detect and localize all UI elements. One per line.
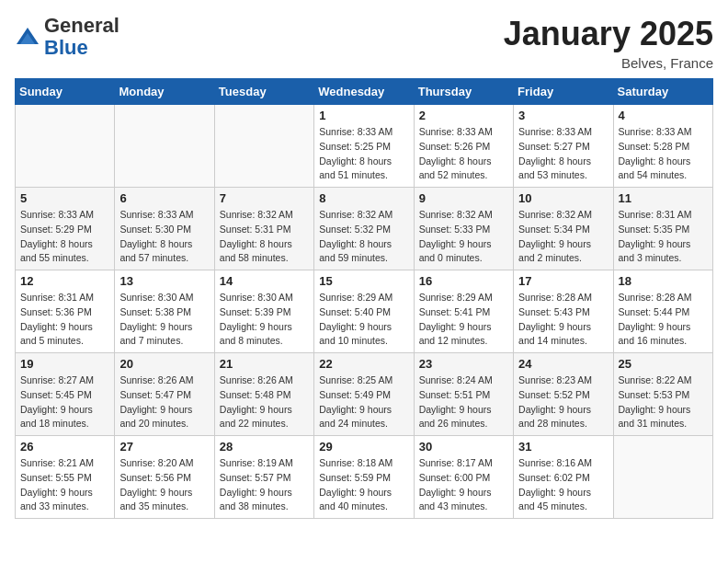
day-of-week-wednesday: Wednesday [314,79,414,105]
day-number: 6 [119,191,209,205]
day-number: 28 [220,440,309,454]
day-number: 4 [619,109,708,122]
location: Belves, France [504,55,713,71]
day-info: Sunrise: 8:33 AMSunset: 5:28 PMDaylight:… [619,125,708,183]
day-number: 29 [319,440,408,454]
day-of-week-sunday: Sunday [16,79,115,105]
calendar-cell: 20Sunrise: 8:26 AMSunset: 5:47 PMDayligh… [115,353,214,436]
day-info: Sunrise: 8:25 AMSunset: 5:49 PMDaylight:… [319,373,408,431]
calendar-cell [16,105,115,188]
calendar-cell: 10Sunrise: 8:32 AMSunset: 5:34 PMDayligh… [514,188,613,270]
day-number: 26 [20,440,109,454]
calendar-cell [214,105,313,188]
calendar-cell: 24Sunrise: 8:23 AMSunset: 5:52 PMDayligh… [514,353,613,436]
calendar-cell: 6Sunrise: 8:33 AMSunset: 5:30 PMDaylight… [115,188,214,270]
day-number: 27 [119,440,209,454]
day-info: Sunrise: 8:23 AMSunset: 5:52 PMDaylight:… [518,373,608,431]
calendar-cell: 16Sunrise: 8:29 AMSunset: 5:41 PMDayligh… [414,270,513,353]
day-info: Sunrise: 8:33 AMSunset: 5:30 PMDaylight:… [119,208,209,266]
calendar-cell: 7Sunrise: 8:32 AMSunset: 5:31 PMDaylight… [214,188,313,270]
day-info: Sunrise: 8:17 AMSunset: 6:00 PMDaylight:… [419,456,508,514]
day-info: Sunrise: 8:18 AMSunset: 5:59 PMDaylight:… [319,456,408,514]
day-info: Sunrise: 8:29 AMSunset: 5:40 PMDaylight:… [319,291,408,349]
day-info: Sunrise: 8:33 AMSunset: 5:25 PMDaylight:… [319,125,408,183]
day-info: Sunrise: 8:27 AMSunset: 5:45 PMDaylight:… [20,373,109,431]
day-number: 7 [220,191,309,205]
day-info: Sunrise: 8:20 AMSunset: 5:56 PMDaylight:… [119,456,209,514]
day-info: Sunrise: 8:30 AMSunset: 5:38 PMDaylight:… [119,291,209,349]
day-number: 10 [518,191,608,205]
calendar-week-2: 5Sunrise: 8:33 AMSunset: 5:29 PMDaylight… [16,188,713,270]
logo-icon [15,24,40,50]
day-number: 31 [518,440,608,454]
day-number: 25 [619,357,708,371]
day-info: Sunrise: 8:24 AMSunset: 5:51 PMDaylight:… [419,373,508,431]
month-title: January 2025 [504,15,713,53]
day-info: Sunrise: 8:32 AMSunset: 5:31 PMDaylight:… [220,208,309,266]
day-number: 14 [220,274,309,288]
day-info: Sunrise: 8:22 AMSunset: 5:53 PMDaylight:… [619,373,708,431]
calendar-header-row: SundayMondayTuesdayWednesdayThursdayFrid… [16,79,713,105]
logo: General Blue [15,15,119,59]
day-number: 12 [20,274,109,288]
day-number: 23 [419,357,508,371]
calendar-cell: 1Sunrise: 8:33 AMSunset: 5:25 PMDaylight… [314,105,414,188]
calendar-table: SundayMondayTuesdayWednesdayThursdayFrid… [15,78,713,519]
calendar-cell: 28Sunrise: 8:19 AMSunset: 5:57 PMDayligh… [214,436,313,519]
day-info: Sunrise: 8:28 AMSunset: 5:44 PMDaylight:… [619,291,708,349]
day-info: Sunrise: 8:32 AMSunset: 5:34 PMDaylight:… [518,208,608,266]
day-info: Sunrise: 8:16 AMSunset: 6:02 PMDaylight:… [518,456,608,514]
calendar-cell: 31Sunrise: 8:16 AMSunset: 6:02 PMDayligh… [514,436,613,519]
calendar-cell: 12Sunrise: 8:31 AMSunset: 5:36 PMDayligh… [16,270,115,353]
calendar-cell: 11Sunrise: 8:31 AMSunset: 5:35 PMDayligh… [613,188,712,270]
calendar-cell: 26Sunrise: 8:21 AMSunset: 5:55 PMDayligh… [16,436,115,519]
calendar-cell: 9Sunrise: 8:32 AMSunset: 5:33 PMDaylight… [414,188,513,270]
day-info: Sunrise: 8:33 AMSunset: 5:27 PMDaylight:… [518,125,608,183]
calendar-cell: 2Sunrise: 8:33 AMSunset: 5:26 PMDaylight… [414,105,513,188]
day-of-week-monday: Monday [115,79,214,105]
day-of-week-thursday: Thursday [414,79,513,105]
calendar-cell: 14Sunrise: 8:30 AMSunset: 5:39 PMDayligh… [214,270,313,353]
calendar-week-3: 12Sunrise: 8:31 AMSunset: 5:36 PMDayligh… [16,270,713,353]
day-number: 19 [20,357,109,371]
day-of-week-saturday: Saturday [613,79,712,105]
day-number: 9 [419,191,508,205]
day-info: Sunrise: 8:30 AMSunset: 5:39 PMDaylight:… [220,291,309,349]
calendar-week-1: 1Sunrise: 8:33 AMSunset: 5:25 PMDaylight… [16,105,713,188]
calendar-cell: 19Sunrise: 8:27 AMSunset: 5:45 PMDayligh… [16,353,115,436]
day-number: 11 [619,191,708,205]
calendar-cell: 29Sunrise: 8:18 AMSunset: 5:59 PMDayligh… [314,436,414,519]
calendar-cell: 22Sunrise: 8:25 AMSunset: 5:49 PMDayligh… [314,353,414,436]
day-number: 15 [319,274,408,288]
day-info: Sunrise: 8:26 AMSunset: 5:48 PMDaylight:… [220,373,309,431]
calendar-cell: 21Sunrise: 8:26 AMSunset: 5:48 PMDayligh… [214,353,313,436]
calendar-cell: 5Sunrise: 8:33 AMSunset: 5:29 PMDaylight… [16,188,115,270]
day-number: 21 [220,357,309,371]
calendar-cell: 17Sunrise: 8:28 AMSunset: 5:43 PMDayligh… [514,270,613,353]
title-block: January 2025 Belves, France [504,15,713,71]
day-number: 2 [419,109,508,122]
day-number: 18 [619,274,708,288]
calendar-week-5: 26Sunrise: 8:21 AMSunset: 5:55 PMDayligh… [16,436,713,519]
logo-text: General Blue [44,15,119,59]
day-info: Sunrise: 8:26 AMSunset: 5:47 PMDaylight:… [119,373,209,431]
calendar-cell: 27Sunrise: 8:20 AMSunset: 5:56 PMDayligh… [115,436,214,519]
day-info: Sunrise: 8:31 AMSunset: 5:36 PMDaylight:… [20,291,109,349]
day-number: 24 [518,357,608,371]
calendar-cell: 18Sunrise: 8:28 AMSunset: 5:44 PMDayligh… [613,270,712,353]
day-number: 13 [119,274,209,288]
day-number: 3 [518,109,608,122]
day-of-week-tuesday: Tuesday [214,79,313,105]
calendar-cell: 13Sunrise: 8:30 AMSunset: 5:38 PMDayligh… [115,270,214,353]
day-info: Sunrise: 8:33 AMSunset: 5:29 PMDaylight:… [20,208,109,266]
day-of-week-friday: Friday [514,79,613,105]
calendar-cell: 25Sunrise: 8:22 AMSunset: 5:53 PMDayligh… [613,353,712,436]
day-info: Sunrise: 8:31 AMSunset: 5:35 PMDaylight:… [619,208,708,266]
calendar-week-4: 19Sunrise: 8:27 AMSunset: 5:45 PMDayligh… [16,353,713,436]
day-info: Sunrise: 8:33 AMSunset: 5:26 PMDaylight:… [419,125,508,183]
day-info: Sunrise: 8:21 AMSunset: 5:55 PMDaylight:… [20,456,109,514]
calendar-cell: 30Sunrise: 8:17 AMSunset: 6:00 PMDayligh… [414,436,513,519]
day-info: Sunrise: 8:29 AMSunset: 5:41 PMDaylight:… [419,291,508,349]
calendar-cell: 3Sunrise: 8:33 AMSunset: 5:27 PMDaylight… [514,105,613,188]
calendar-cell [115,105,214,188]
